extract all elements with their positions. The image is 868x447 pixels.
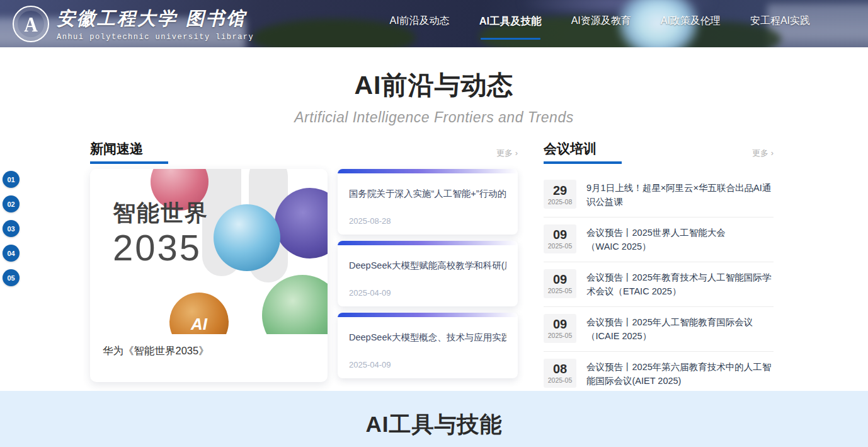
- news-list: 国务院关于深入实施“人工智能+”行动的... 2025-08-28 DeepSe…: [338, 169, 518, 382]
- conference-section: 会议培训 更多 › 29 2025-08 9月1日上线！超星×阿里云×华五联合出…: [544, 142, 774, 396]
- conference-item[interactable]: 09 2025-05 会议预告丨2025世界人工智能大会 （WAIC 2025）: [544, 217, 774, 262]
- news-card[interactable]: DeepSeek大模型概念、技术与应用实践(厦... 2025-04-09: [338, 313, 518, 378]
- conference-day: 08: [553, 362, 567, 376]
- conference-item-title: 会议预告丨2025年教育技术与人工智能国际学术会议（ETAIC 2025）: [586, 269, 774, 299]
- conference-title-underline: [544, 161, 622, 164]
- news-section-title-text: 新闻速递: [90, 141, 143, 156]
- featured-news-card[interactable]: AI 智能世界 2035 华为《智能世界2035》: [90, 169, 328, 382]
- conference-item[interactable]: 29 2025-08 9月1日上线！超星×阿里云×华五联合出品AI通识公益课: [544, 173, 774, 217]
- active-tab-underline: [481, 38, 540, 40]
- conference-month: 2025-05: [548, 287, 573, 294]
- conference-item[interactable]: 09 2025-05 会议预告丨2025年教育技术与人工智能国际学术会议（ETA…: [544, 262, 774, 306]
- ai-tools-section: AI工具与技能: [0, 391, 868, 447]
- section-dot-nav: 01 02 03 04 05: [3, 171, 20, 286]
- nav-item-ai-practice[interactable]: 安工程AI实践: [750, 11, 810, 37]
- conference-item[interactable]: 09 2025-05 会议预告丨2025年人工智能教育国际会议 （ICAIE 2…: [544, 306, 774, 351]
- featured-image-title: 智能世界: [113, 198, 208, 229]
- image-sphere-blue: [214, 204, 280, 271]
- conference-month: 2025-05: [548, 332, 573, 339]
- news-title-underline: [90, 161, 168, 164]
- news-more-link[interactable]: 更多 ›: [496, 148, 518, 164]
- conference-section-title: 会议培训: [544, 140, 597, 164]
- dot-nav-01[interactable]: 01: [3, 171, 20, 188]
- conference-day: 09: [553, 272, 567, 286]
- conference-list: 29 2025-08 9月1日上线！超星×阿里云×华五联合出品AI通识公益课 0…: [544, 173, 774, 396]
- news-card-accent-bar: [338, 313, 518, 317]
- dot-nav-04[interactable]: 04: [3, 245, 20, 262]
- page-header: AI前沿与动态 Artificial Intelligence Frontier…: [0, 47, 868, 126]
- news-card-title: 国务院关于深入实施“人工智能+”行动的...: [349, 188, 506, 200]
- conference-day: 29: [553, 183, 567, 197]
- featured-news-caption: 华为《智能世界2035》: [90, 334, 328, 358]
- conference-month: 2025-08: [548, 198, 573, 206]
- conference-date-box: 09 2025-05: [544, 314, 576, 343]
- library-name-cn: 安徽工程大学 图书馆: [57, 6, 254, 32]
- image-sphere-orange-ai: AI: [169, 293, 229, 334]
- news-card[interactable]: 国务院关于深入实施“人工智能+”行动的... 2025-08-28: [338, 169, 518, 235]
- conference-day: 09: [553, 317, 567, 331]
- conference-section-title-text: 会议培训: [544, 141, 597, 156]
- dot-nav-03[interactable]: 03: [3, 220, 20, 237]
- conference-item-title: 会议预告丨2025世界人工智能大会 （WAIC 2025）: [586, 224, 726, 254]
- news-card[interactable]: DeepSeek大模型赋能高校教学和科研(厦门... 2025-04-09: [338, 241, 518, 306]
- header-banner: A 安徽工程大学 图书馆 Anhui polytechnic universit…: [0, 0, 868, 47]
- library-logo[interactable]: A 安徽工程大学 图书馆 Anhui polytechnic universit…: [13, 6, 254, 42]
- conference-date-box: 09 2025-05: [544, 269, 576, 298]
- conference-item-title: 会议预告丨2025年第六届教育技术中的人工智能国际会议(AIET 2025): [586, 359, 774, 388]
- news-card-accent-bar: [338, 241, 518, 245]
- featured-news-image: AI 智能世界 2035: [90, 169, 328, 334]
- news-section: 新闻速递 更多 › AI 智能世界: [90, 142, 518, 396]
- news-card-date: 2025-04-09: [349, 360, 391, 369]
- nav-item-ai-tools[interactable]: AI工具及技能: [479, 11, 542, 37]
- news-card-date: 2025-08-28: [349, 216, 391, 226]
- conference-day: 09: [553, 228, 567, 241]
- conference-more-link[interactable]: 更多 ›: [752, 148, 774, 164]
- image-sphere-green: [262, 275, 328, 334]
- library-logo-text: 安徽工程大学 图书馆 Anhui polytechnic university …: [57, 6, 254, 42]
- conference-date-box: 29 2025-08: [544, 180, 576, 209]
- news-section-title: 新闻速递: [90, 140, 143, 164]
- news-card-accent-bar: [338, 169, 518, 173]
- nav-item-ai-frontiers[interactable]: AI前沿及动态: [390, 11, 450, 37]
- library-name-en: Anhui polytechnic university library: [57, 33, 254, 42]
- dot-nav-02[interactable]: 02: [3, 195, 20, 212]
- news-card-title: DeepSeek大模型概念、技术与应用实践(厦...: [349, 332, 506, 344]
- university-seal-icon: A: [13, 6, 49, 42]
- page-title: AI前沿与动态: [0, 68, 868, 103]
- news-card-title: DeepSeek大模型赋能高校教学和科研(厦门...: [349, 260, 506, 272]
- conference-item[interactable]: 08 2025-05 会议预告丨2025年第六届教育技术中的人工智能国际会议(A…: [544, 351, 774, 396]
- image-ai-label: AI: [191, 315, 207, 334]
- main-content: 新闻速递 更多 › AI 智能世界: [90, 142, 774, 396]
- nav-item-ai-policy[interactable]: AI政策及伦理: [661, 11, 721, 37]
- featured-image-year: 2035: [113, 229, 208, 267]
- nav-item-ai-resources[interactable]: AI资源及教育: [571, 11, 631, 37]
- conference-item-title: 9月1日上线！超星×阿里云×华五联合出品AI通识公益课: [586, 180, 774, 209]
- dot-nav-05[interactable]: 05: [3, 269, 20, 286]
- conference-date-box: 09 2025-05: [544, 224, 576, 253]
- main-nav: AI前沿及动态 AI工具及技能 AI资源及教育 AI政策及伦理 安工程AI实践: [390, 11, 811, 37]
- news-card-date: 2025-04-09: [349, 288, 391, 298]
- page-subtitle: Artificial Intelligence Frontiers and Tr…: [0, 109, 868, 126]
- conference-date-box: 08 2025-05: [544, 359, 576, 388]
- conference-month: 2025-05: [548, 376, 573, 384]
- nav-item-ai-tools-label: AI工具及技能: [479, 15, 542, 26]
- conference-month: 2025-05: [548, 242, 573, 250]
- ai-tools-section-title: AI工具与技能: [0, 391, 868, 439]
- conference-item-title: 会议预告丨2025年人工智能教育国际会议 （ICAIE 2025）: [586, 314, 753, 344]
